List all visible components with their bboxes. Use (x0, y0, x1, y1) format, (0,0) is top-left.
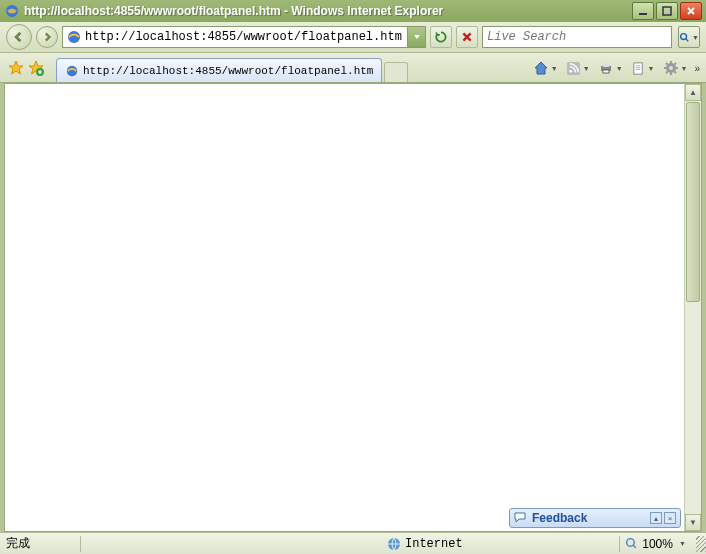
tab-title: http://localhost:4855/wwwroot/floatpanel… (83, 65, 373, 77)
feedback-panel[interactable]: Feedback ▴ × (509, 508, 681, 528)
svg-point-16 (627, 539, 635, 547)
refresh-button[interactable] (430, 26, 452, 48)
navigation-bar: ▼ (0, 22, 706, 53)
search-input[interactable] (483, 30, 671, 44)
command-bar: ▼ ▼ ▼ ▼ ▼ (530, 58, 691, 78)
scroll-up-button[interactable]: ▲ (685, 84, 701, 101)
minimize-button[interactable] (632, 2, 654, 20)
feedback-close-button[interactable]: × (664, 512, 676, 524)
resize-grip[interactable] (696, 536, 706, 552)
home-button[interactable]: ▼ (530, 58, 561, 78)
window-titlebar: http://localhost:4855/wwwroot/floatpanel… (0, 0, 706, 22)
address-dropdown[interactable] (407, 27, 425, 47)
internet-zone-icon (387, 537, 401, 551)
feeds-button[interactable]: ▼ (563, 58, 593, 78)
window-title: http://localhost:4855/wwwroot/floatpanel… (24, 4, 632, 18)
security-zone[interactable]: Internet (381, 537, 469, 551)
svg-point-4 (681, 33, 687, 39)
ie-logo-icon (4, 3, 20, 19)
chevron-expand-icon[interactable]: » (694, 63, 700, 74)
svg-rect-2 (663, 7, 671, 15)
maximize-button[interactable] (656, 2, 678, 20)
vertical-scrollbar[interactable]: ▲ ▼ (684, 84, 701, 531)
zoom-dropdown-icon[interactable]: ▼ (679, 540, 686, 547)
print-button[interactable]: ▼ (595, 58, 626, 78)
status-text: 完成 (0, 535, 80, 552)
home-icon (533, 60, 549, 76)
new-tab-button[interactable] (384, 62, 408, 82)
tab-bar: http://localhost:4855/wwwroot/floatpanel… (0, 53, 706, 83)
search-dropdown-icon[interactable]: ▼ (692, 34, 699, 41)
magnifier-icon (679, 31, 690, 44)
svg-point-14 (669, 66, 673, 70)
favorites-button[interactable] (6, 58, 26, 78)
search-button[interactable]: ▼ (678, 26, 700, 48)
svg-rect-1 (639, 13, 647, 15)
stop-button[interactable] (456, 26, 478, 48)
search-bar[interactable] (482, 26, 672, 48)
close-button[interactable] (680, 2, 702, 20)
zoom-control[interactable]: 100% ▼ (619, 537, 692, 551)
scroll-down-button[interactable]: ▼ (685, 514, 701, 531)
svg-rect-10 (603, 63, 609, 67)
gear-icon (663, 60, 679, 76)
zone-label: Internet (405, 537, 463, 551)
back-button[interactable] (6, 24, 32, 50)
add-favorites-button[interactable] (26, 58, 46, 78)
page-icon (631, 61, 646, 76)
status-bar: 完成 Internet 100% ▼ (0, 532, 706, 554)
ie-page-icon (65, 64, 79, 78)
ie-page-icon (66, 29, 82, 45)
address-bar[interactable] (62, 26, 426, 48)
svg-point-8 (569, 69, 572, 72)
printer-icon (598, 60, 614, 76)
svg-rect-12 (633, 62, 641, 73)
zoom-value: 100% (642, 537, 673, 551)
rss-icon (566, 61, 581, 76)
scroll-thumb[interactable] (686, 102, 700, 302)
address-input[interactable] (85, 30, 407, 44)
feedback-label: Feedback (532, 511, 648, 525)
page-button[interactable]: ▼ (628, 58, 658, 78)
feedback-collapse-button[interactable]: ▴ (650, 512, 662, 524)
svg-rect-11 (603, 70, 609, 73)
tab-active[interactable]: http://localhost:4855/wwwroot/floatpanel… (56, 58, 382, 82)
feedback-icon (514, 511, 528, 525)
tools-button[interactable]: ▼ (660, 58, 691, 78)
zoom-icon (625, 537, 638, 550)
forward-button[interactable] (36, 26, 58, 48)
page-content: ▲ ▼ Feedback ▴ × (4, 83, 702, 532)
